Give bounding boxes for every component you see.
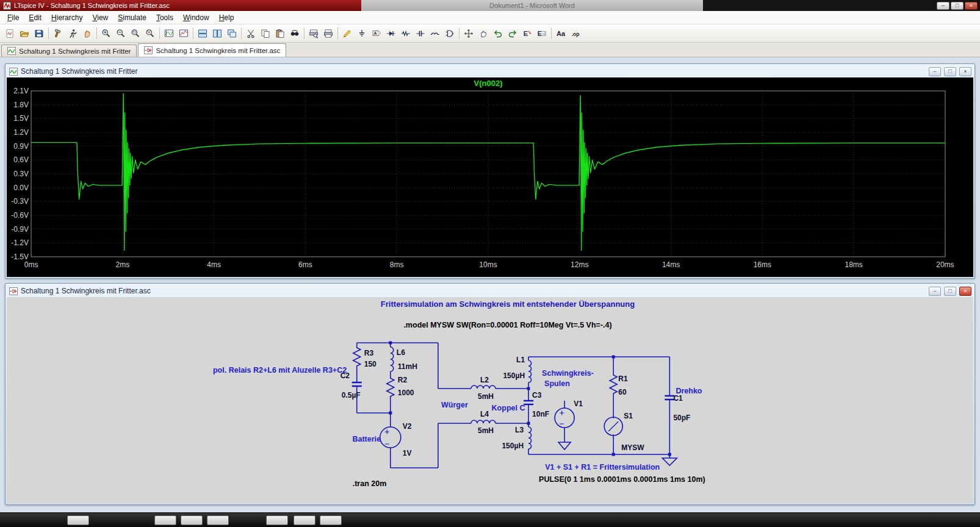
menu-edit[interactable]: Edit	[24, 12, 46, 23]
value-V2[interactable]: 1V	[403, 449, 412, 457]
taskbar-button-4[interactable]	[207, 515, 229, 525]
waveform-maximize-button[interactable]: □	[944, 67, 956, 76]
menu-file[interactable]: File	[2, 12, 24, 23]
print-preview-button[interactable]	[306, 26, 321, 40]
label-C2[interactable]: C2	[340, 371, 350, 380]
plot-settings-button[interactable]	[176, 26, 191, 40]
waveform-minimize-button[interactable]: –	[929, 67, 941, 76]
halt-button[interactable]	[80, 26, 95, 40]
redo-button[interactable]	[505, 26, 520, 40]
schematic-maximize-button[interactable]: □	[944, 287, 956, 296]
schematic-canvas-area[interactable]: Frittersimulation am Schwingkreis mit en…	[7, 297, 973, 503]
voltage-source-V2-symbol[interactable]	[380, 427, 401, 448]
label-L1[interactable]: L1	[516, 356, 525, 364]
annotation-wuerger[interactable]: Würger	[441, 401, 468, 409]
value-R2[interactable]: 1000	[398, 389, 414, 397]
undo-button[interactable]	[491, 26, 505, 40]
value-C3[interactable]: 10nF	[532, 410, 549, 418]
capacitor-C2-symbol[interactable]	[352, 382, 362, 386]
wire-button[interactable]	[340, 26, 355, 40]
print-button[interactable]	[321, 26, 336, 40]
label-L6[interactable]: L6	[397, 348, 405, 357]
menu-hierarchy[interactable]: Hierarchy	[46, 12, 87, 23]
label-R2[interactable]: R2	[398, 376, 408, 384]
drag-button[interactable]	[476, 26, 491, 40]
waveform-titlebar[interactable]: Schaltung 1 Schwingkreis mit Fritter – □…	[7, 65, 973, 77]
label-S1[interactable]: S1	[624, 412, 633, 420]
tab-schematic[interactable]: Schaltung 1 Schwingkreis mit Fritter.asc	[138, 43, 286, 57]
open-button[interactable]	[17, 26, 32, 40]
schematic-titlebar[interactable]: Schaltung 1 Schwingkreis mit Fritter.asc…	[7, 285, 973, 297]
schematic-canvas[interactable]: Frittersimulation am Schwingkreis mit en…	[7, 297, 973, 503]
label-R1[interactable]: R1	[618, 375, 628, 383]
resistor-R1-symbol[interactable]	[610, 374, 617, 396]
cascade-button[interactable]	[225, 26, 239, 40]
annotation-koppel-c[interactable]: Koppel C	[492, 404, 525, 412]
cut-button[interactable]	[243, 26, 258, 40]
value-L4[interactable]: 5mH	[478, 426, 494, 435]
new-schematic-button[interactable]	[2, 26, 17, 40]
inductor-L3-symbol[interactable]	[528, 427, 531, 449]
model-directive[interactable]: .model MYSW SW(Ron=0.00001 Roff=10Meg Vt…	[403, 321, 611, 329]
waveform-close-button[interactable]: ×	[959, 67, 971, 76]
voltage-source-V1-symbol[interactable]	[555, 408, 574, 428]
resistor-button[interactable]	[398, 26, 413, 40]
inductor-L6-symbol[interactable]	[391, 347, 394, 371]
inductor-L1-symbol[interactable]	[528, 360, 531, 382]
menu-tools[interactable]: Tools	[151, 12, 178, 23]
resistor-R3-symbol[interactable]	[353, 346, 361, 369]
zoom-full-button[interactable]	[143, 26, 157, 40]
mirror-button[interactable]: EE	[535, 26, 549, 40]
annotation-relais[interactable]: pol. Relais R2+L6 mit Aluzelle R3+C2	[213, 366, 347, 375]
zoom-out-button[interactable]	[113, 26, 128, 40]
tile-horizontal-button[interactable]	[210, 26, 225, 40]
taskbar-button-6[interactable]	[294, 515, 315, 525]
taskbar-button-1[interactable]	[67, 515, 89, 525]
copy-button[interactable]	[258, 26, 273, 40]
label-C3[interactable]: C3	[532, 391, 542, 400]
value-R3[interactable]: 150	[364, 360, 377, 368]
taskbar-button-5[interactable]	[266, 515, 288, 525]
zoom-in-button[interactable]	[99, 26, 113, 40]
annotation-batterie[interactable]: Batterie	[352, 435, 381, 443]
ground-button[interactable]	[355, 26, 369, 40]
diode-button[interactable]	[384, 26, 398, 40]
app-titlebar[interactable]: LTspice IV - Schaltung 1 Schwingkreis mi…	[0, 0, 361, 11]
waveform-plot[interactable]: -1.5V-1.2V-0.9V-0.6V-0.3V0.0V0.3V0.6V0.9…	[7, 77, 973, 277]
value-L1[interactable]: 150µH	[503, 371, 525, 380]
control-panel-button[interactable]	[51, 26, 65, 40]
spice-directive-button[interactable]: .op	[568, 26, 583, 40]
schematic-title-comment[interactable]: Frittersimulation am Schwingkreis mit en…	[381, 299, 635, 309]
label-C1[interactable]: C1	[673, 394, 683, 403]
schematic-minimize-button[interactable]: –	[929, 287, 941, 296]
taskbar-button-2[interactable]	[154, 515, 176, 525]
value-L2[interactable]: 5mH	[478, 392, 494, 401]
text-button[interactable]: Aa	[553, 26, 568, 40]
tran-directive[interactable]: .tran 20m	[353, 479, 387, 488]
label-R3[interactable]: R3	[364, 349, 374, 357]
rotate-button[interactable]: E	[520, 26, 535, 40]
label-L4[interactable]: L4	[480, 410, 489, 418]
component-button[interactable]	[442, 26, 457, 40]
menu-simulate[interactable]: Simulate	[113, 12, 151, 23]
label-button[interactable]: A	[369, 26, 384, 40]
taskbar-button-7[interactable]	[320, 515, 342, 525]
annotation-schwingkreis-line2[interactable]: Spulen	[544, 379, 570, 388]
taskbar-button-3[interactable]	[181, 515, 203, 525]
save-button[interactable]	[32, 26, 46, 40]
inductor-button[interactable]	[428, 26, 442, 40]
resistor-R2-symbol[interactable]	[387, 376, 394, 400]
menu-window[interactable]: Window	[178, 12, 214, 23]
paste-button[interactable]	[273, 26, 287, 40]
inductor-L4-symbol[interactable]	[471, 420, 495, 423]
label-L3[interactable]: L3	[515, 426, 524, 434]
pulse-directive[interactable]: PULSE(0 1 1ms 0.0001ms 0.0001ms 1ms 10m)	[539, 475, 705, 484]
label-V2[interactable]: V2	[403, 422, 412, 431]
zoom-area-button[interactable]	[128, 26, 143, 40]
maximize-button[interactable]: □	[951, 2, 964, 10]
find-button[interactable]	[287, 26, 302, 40]
value-C2[interactable]: 0.5µF	[342, 391, 361, 400]
value-S1[interactable]: MYSW	[621, 443, 644, 452]
autorange-y-button[interactable]	[162, 26, 176, 40]
value-C1[interactable]: 50pF	[673, 414, 690, 422]
